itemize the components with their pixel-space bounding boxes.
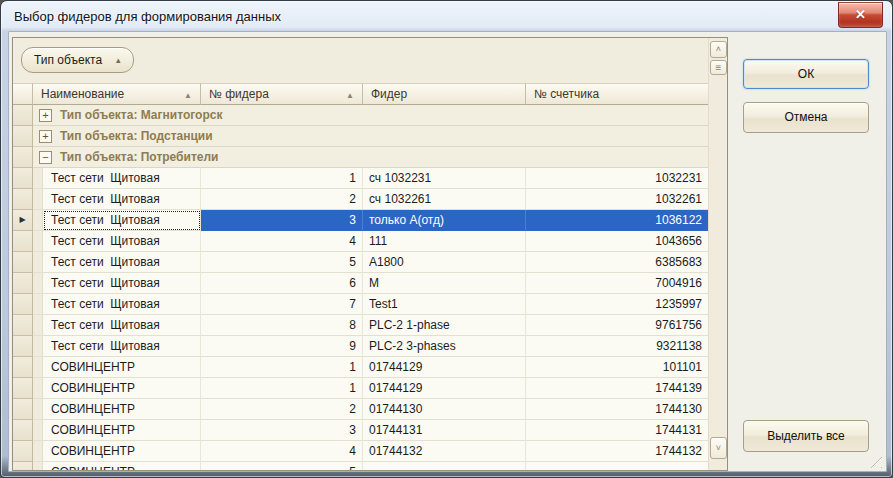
cell-feeder[interactable]: сч 1032261 <box>363 189 526 210</box>
cancel-button[interactable]: Отмена <box>743 102 869 133</box>
row-indicator-cell[interactable] <box>13 231 33 252</box>
row-indicator-cell[interactable] <box>13 336 33 357</box>
cell-meter-no[interactable]: 1235997 <box>526 294 708 315</box>
table-row[interactable]: Тест сети Щитовая2сч 10322611032261 <box>13 189 708 210</box>
row-indicator-cell[interactable] <box>13 105 33 126</box>
group-row[interactable]: +Тип объекта: Подстанции <box>13 126 708 147</box>
table-row[interactable]: Тест сети Щитовая7Test11235997 <box>13 294 708 315</box>
cell-feeder-no[interactable]: 3 <box>201 420 363 441</box>
cell-feeder-no[interactable]: 1 <box>201 378 363 399</box>
cell-name[interactable]: Тест сети Щитовая <box>43 315 201 336</box>
row-indicator-cell[interactable]: ▶ <box>13 210 33 231</box>
cell-feeder-no[interactable]: 8 <box>201 315 363 336</box>
group-row[interactable]: +Тип объекта: Магнитогорск <box>13 105 708 126</box>
row-indicator-cell[interactable] <box>13 147 33 168</box>
table-row[interactable]: ▶Тест сети Щитовая3только А(отд)1036122 <box>13 210 708 231</box>
cell-feeder-no[interactable]: 2 <box>201 399 363 420</box>
table-row[interactable]: Тест сети Щитовая5A18006385683 <box>13 252 708 273</box>
cell-name[interactable]: СОВИНЦЕНТР <box>43 357 201 378</box>
collapse-icon[interactable]: − <box>39 151 52 164</box>
cell-name[interactable]: СОВИНЦЕНТР <box>43 462 201 470</box>
group-by-panel[interactable]: Тип объекта ▴ <box>13 38 708 83</box>
cell-feeder-no[interactable]: 5 <box>201 252 363 273</box>
cell-meter-no[interactable]: 101101 <box>526 357 708 378</box>
cell-feeder-no[interactable]: 1 <box>201 357 363 378</box>
cell-feeder-no[interactable]: 4 <box>201 441 363 462</box>
column-header-meter-no[interactable]: № счетчика <box>526 83 708 105</box>
cell-meter-no[interactable]: 7004916 <box>526 273 708 294</box>
cell-meter-no[interactable]: 1744132 <box>526 441 708 462</box>
table-row[interactable]: Тест сети Щитовая8PLC-2 1-phase9761756 <box>13 315 708 336</box>
cell-feeder-no[interactable]: 6 <box>201 273 363 294</box>
expand-icon[interactable]: + <box>39 130 52 143</box>
scroll-up-button[interactable]: ˄ <box>710 41 727 58</box>
cell-name[interactable]: Тест сети Щитовая <box>43 336 201 357</box>
cell-feeder[interactable]: M <box>363 273 526 294</box>
row-indicator-cell[interactable] <box>13 441 33 462</box>
title-bar[interactable]: Выбор фидеров для формирования данных ✕ <box>1 1 892 31</box>
cell-meter-no[interactable]: 6385683 <box>526 252 708 273</box>
cell-name[interactable]: Тест сети Щитовая <box>43 231 201 252</box>
cell-feeder-no[interactable]: 3 <box>201 210 363 231</box>
table-row[interactable]: Тест сети Щитовая1сч 10322311032231 <box>13 168 708 189</box>
cell-feeder[interactable]: только А(отд) <box>363 210 526 231</box>
row-indicator-cell[interactable] <box>13 315 33 336</box>
cell-name[interactable]: Тест сети Щитовая <box>43 189 201 210</box>
cell-name[interactable]: Тест сети Щитовая <box>43 252 201 273</box>
cell-feeder[interactable]: сч 1032231 <box>363 168 526 189</box>
cell-feeder[interactable]: PLC-2 3-phases <box>363 336 526 357</box>
cell-name[interactable]: Тест сети Щитовая <box>43 294 201 315</box>
table-row[interactable]: СОВИНЦЕНТР2017441301744130 <box>13 399 708 420</box>
cell-meter-no[interactable]: 9761756 <box>526 315 708 336</box>
cell-meter-no[interactable]: 1032261 <box>526 189 708 210</box>
row-indicator-cell[interactable] <box>13 294 33 315</box>
cell-feeder-no[interactable]: 1 <box>201 168 363 189</box>
table-row[interactable]: СОВИНЦЕНТР3017441311744131 <box>13 420 708 441</box>
cell-name[interactable]: СОВИНЦЕНТР <box>43 420 201 441</box>
cell-feeder[interactable]: A1800 <box>363 252 526 273</box>
row-indicator-cell[interactable] <box>13 399 33 420</box>
cell-feeder[interactable]: 01744129 <box>363 357 526 378</box>
cell-meter-no[interactable] <box>526 462 708 470</box>
row-indicator-cell[interactable] <box>13 378 33 399</box>
cell-meter-no[interactable]: 1032231 <box>526 168 708 189</box>
cell-feeder[interactable]: 01744131 <box>363 420 526 441</box>
column-header-name[interactable]: Наименование ▲ <box>33 83 201 105</box>
cell-feeder[interactable]: Test1 <box>363 294 526 315</box>
cell-meter-no[interactable]: 1744130 <box>526 399 708 420</box>
table-row[interactable]: Тест сети Щитовая6M7004916 <box>13 273 708 294</box>
cell-feeder-no[interactable]: 2 <box>201 189 363 210</box>
row-indicator-cell[interactable] <box>13 273 33 294</box>
column-header-feeder-no[interactable]: № фидера ▲ <box>201 83 363 105</box>
cell-name[interactable]: Тест сети Щитовая <box>43 168 201 189</box>
cell-meter-no[interactable]: 1036122 <box>526 210 708 231</box>
table-row[interactable]: СОВИНЦЕНТР101744129101101 <box>13 357 708 378</box>
scroll-down-button[interactable]: ˅ <box>710 437 727 459</box>
table-row[interactable]: Тест сети Щитовая41111043656 <box>13 231 708 252</box>
ok-button[interactable]: ОК <box>743 59 869 89</box>
row-indicator-cell[interactable] <box>13 168 33 189</box>
cell-feeder-no[interactable]: 7 <box>201 294 363 315</box>
cell-feeder[interactable]: 01744129 <box>363 378 526 399</box>
row-indicator-cell[interactable] <box>13 189 33 210</box>
cell-meter-no[interactable]: 1744139 <box>526 378 708 399</box>
row-indicator-cell[interactable] <box>13 126 33 147</box>
vertical-scrollbar[interactable]: ˄ ≡ ˅ <box>708 38 727 470</box>
cell-name[interactable]: СОВИНЦЕНТР <box>43 399 201 420</box>
cell-meter-no[interactable]: 1744131 <box>526 420 708 441</box>
cell-feeder[interactable]: PLC-2 1-phase <box>363 315 526 336</box>
cell-feeder[interactable]: 01744130 <box>363 399 526 420</box>
column-header-feeder[interactable]: Фидер <box>363 83 526 105</box>
table-row[interactable]: СОВИНЦЕНТР1017441291744139 <box>13 378 708 399</box>
cell-name[interactable]: Тест сети Щитовая <box>43 210 201 231</box>
cell-feeder-no[interactable]: 5 <box>201 462 363 470</box>
table-row[interactable]: СОВИНЦЕНТР5 <box>13 462 708 470</box>
cell-feeder-no[interactable]: 4 <box>201 231 363 252</box>
group-field-button[interactable]: Тип объекта ▴ <box>21 47 134 73</box>
cell-feeder[interactable]: 111 <box>363 231 526 252</box>
cell-feeder-no[interactable]: 9 <box>201 336 363 357</box>
group-row[interactable]: −Тип объекта: Потребители <box>13 147 708 168</box>
cell-meter-no[interactable]: 9321138 <box>526 336 708 357</box>
expand-icon[interactable]: + <box>39 109 52 122</box>
row-indicator-cell[interactable] <box>13 462 33 470</box>
